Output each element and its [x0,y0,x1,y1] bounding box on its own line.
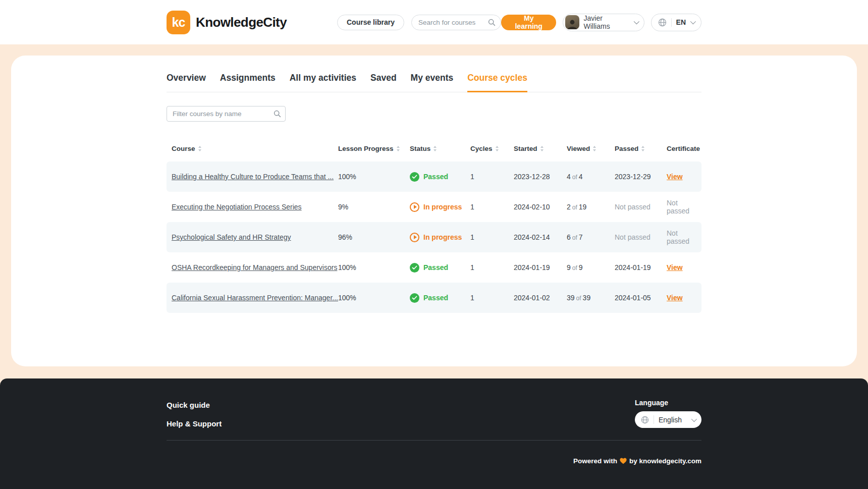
heart-icon [620,458,627,464]
view-certificate-link[interactable]: View [667,263,683,271]
lesson-progress-value: 100% [338,173,410,181]
sort-icon [198,146,201,151]
column-header-lesson-progress[interactable]: Lesson Progress [338,145,410,152]
status-label: In progress [423,203,462,211]
main-card: Overview Assignments All my activities S… [11,56,857,366]
status-label: Passed [423,294,448,302]
viewed-value: 9of9 [567,263,615,271]
chevron-down-icon [634,19,639,24]
powered-by: Powered with by knowledgecity.com [573,457,701,465]
passed-check-icon [410,293,419,303]
cycles-value: 1 [470,263,514,271]
course-link[interactable]: Executing the Negotiation Process Series [172,203,302,211]
page-footer: Quick guide Help & Support Language Engl… [0,378,868,489]
tab-my-events[interactable]: My events [411,73,454,92]
sort-icon [593,146,596,151]
sort-icon [496,146,499,151]
cycles-value: 1 [470,203,514,211]
user-name: Javier Williams [584,14,629,30]
search-icon [274,110,281,118]
status-label: In progress [423,233,462,241]
tab-bar: Overview Assignments All my activities S… [167,73,701,92]
language-code: EN [676,18,686,26]
cycles-value: 1 [470,233,514,241]
started-date: 2024-01-19 [514,263,567,271]
divider [671,18,672,27]
cycles-value: 1 [470,294,514,302]
started-date: 2024-02-10 [514,203,567,211]
lesson-progress-value: 100% [338,294,410,302]
column-header-viewed[interactable]: Viewed [567,145,615,152]
certificate-status: Not passed [667,229,701,245]
course-filter [167,106,286,122]
in-progress-play-icon [410,233,419,242]
lesson-progress-value: 9% [338,203,410,211]
course-filter-input[interactable] [167,106,286,122]
viewed-value: 6of7 [567,233,615,241]
brand-name: KnowledgeCity [196,15,287,30]
chevron-down-icon [690,19,696,24]
header-language-select[interactable]: EN [651,14,701,31]
passed-check-icon [410,172,419,182]
quick-guide-link[interactable]: Quick guide [167,401,210,409]
course-link[interactable]: Psychological Safety and HR Strategy [172,233,291,241]
column-header-cycles[interactable]: Cycles [470,145,514,152]
started-date: 2023-12-28 [514,173,567,181]
tab-course-cycles[interactable]: Course cycles [467,73,527,92]
table-row: OSHA Recordkeeping for Managers and Supe… [167,252,701,283]
column-header-started[interactable]: Started [514,145,567,152]
tab-saved[interactable]: Saved [370,73,397,92]
footer-language-select[interactable]: English [635,411,701,428]
column-header-passed[interactable]: Passed [615,145,667,152]
cycles-value: 1 [470,173,514,181]
tab-assignments[interactable]: Assignments [220,73,276,92]
language-value: English [659,416,682,424]
user-menu[interactable]: Javier Williams [563,14,644,31]
column-header-course[interactable]: Course [167,145,338,152]
passed-date: Not passed [615,203,667,211]
search-icon [488,19,496,26]
course-link[interactable]: Building a Healthy Culture to Produce Te… [172,173,334,181]
column-header-certificate: Certificate [667,145,701,152]
view-certificate-link[interactable]: View [667,294,683,302]
started-date: 2024-01-02 [514,294,567,302]
passed-date: 2024-01-05 [615,294,667,302]
course-link[interactable]: OSHA Recordkeeping for Managers and Supe… [172,263,337,271]
passed-check-icon [410,263,419,273]
footer-language-block: Language English [635,399,701,428]
lesson-progress-value: 96% [338,233,410,241]
table-row: Executing the Negotiation Process Series… [167,192,701,222]
top-header: kc KnowledgeCity Course library My learn… [0,0,868,44]
course-cycles-table: Course Lesson Progress Status Cycles Sta… [167,145,701,313]
column-header-status[interactable]: Status [410,145,470,152]
status-label: Passed [423,173,448,181]
sort-icon [540,146,544,151]
language-label: Language [635,399,701,407]
certificate-status: Not passed [667,199,701,215]
started-date: 2024-02-14 [514,233,567,241]
tab-all-my-activities[interactable]: All my activities [290,73,356,92]
viewed-value: 2of19 [567,203,615,211]
passed-date: 2023-12-29 [615,173,667,181]
footer-divider [167,440,701,441]
passed-date: 2024-01-19 [615,263,667,271]
brand-logo[interactable]: kc KnowledgeCity [167,11,287,34]
course-library-button[interactable]: Course library [337,15,404,30]
view-certificate-link[interactable]: View [667,173,683,181]
my-learning-button[interactable]: My learning [501,15,557,30]
table-row: Psychological Safety and HR Strategy 96%… [167,222,701,252]
table-row: Building a Healthy Culture to Produce Te… [167,161,701,192]
sort-icon [641,146,644,151]
globe-icon [658,18,667,27]
course-search [411,15,501,30]
help-support-link[interactable]: Help & Support [167,419,222,428]
table-header-row: Course Lesson Progress Status Cycles Sta… [167,145,701,161]
in-progress-play-icon [410,202,419,212]
divider [654,415,654,424]
table-row: California Sexual Harassment Prevention:… [167,283,701,313]
tab-overview[interactable]: Overview [167,73,206,92]
status-label: Passed [423,263,448,271]
course-link[interactable]: California Sexual Harassment Prevention:… [172,294,338,302]
globe-icon [641,416,649,424]
viewed-value: 4of4 [567,173,615,181]
